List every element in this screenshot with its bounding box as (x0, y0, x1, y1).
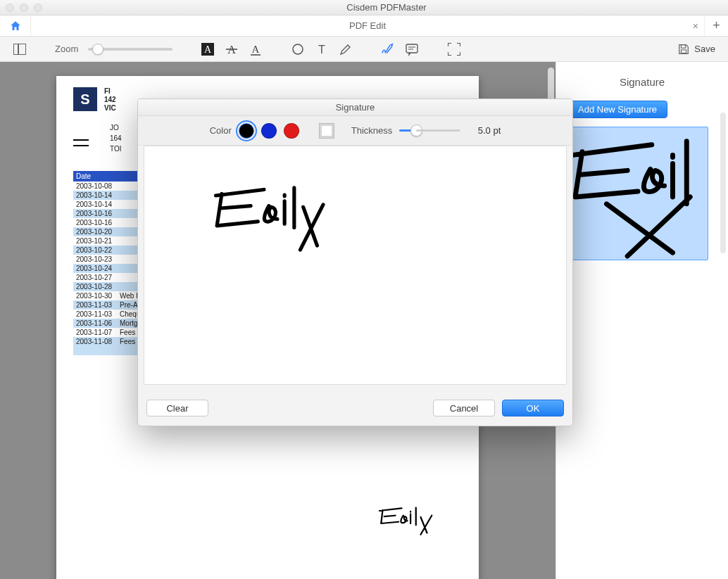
clear-button[interactable]: Clear (146, 400, 208, 416)
cancel-button[interactable]: Cancel (433, 400, 495, 416)
modal-title: Signature (138, 99, 572, 116)
modal-button-row: Clear Cancel OK (138, 390, 572, 426)
color-swatch-blue[interactable] (261, 123, 277, 139)
signature-canvas[interactable] (144, 146, 567, 385)
color-swatch-black[interactable] (239, 123, 254, 139)
thickness-value: 5.0 pt (467, 125, 501, 136)
drawn-signature (201, 174, 327, 259)
background-swatch[interactable] (319, 123, 334, 139)
color-label: Color (210, 125, 232, 136)
thickness-slider[interactable] (399, 129, 460, 132)
color-swatch-red[interactable] (284, 123, 299, 139)
signature-modal: Signature Color Thickness 5.0 pt Clear C… (137, 98, 573, 426)
modal-options: Color Thickness 5.0 pt (138, 116, 572, 146)
thickness-label: Thickness (351, 125, 393, 136)
ok-button[interactable]: OK (502, 400, 564, 416)
thickness-knob[interactable] (410, 125, 422, 136)
